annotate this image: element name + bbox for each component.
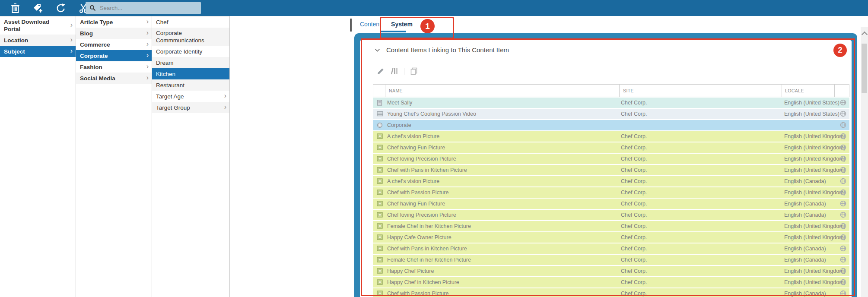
system-tab-panel: Content Items Linking to This Content It… bbox=[354, 33, 857, 297]
submenu-chevron-icon: › bbox=[70, 21, 73, 28]
search-box[interactable] bbox=[86, 2, 201, 14]
pane-splitter[interactable] bbox=[350, 19, 352, 32]
vertical-scrollbar[interactable] bbox=[861, 27, 868, 297]
language-globe-icon[interactable] bbox=[840, 144, 846, 151]
table-row[interactable]: Chef loving Precision PictureChef Corp.E… bbox=[373, 154, 849, 164]
section-header[interactable]: Content Items Linking to This Content It… bbox=[375, 46, 509, 54]
row-name: Corporate bbox=[387, 120, 411, 130]
table-row[interactable]: Chef having Fun PictureChef Corp.English… bbox=[373, 199, 849, 209]
menu-item-corporate[interactable]: Corporate› bbox=[76, 50, 152, 61]
menu-level-3: ChefCorporate CommmunicationsCorporate I… bbox=[152, 16, 230, 297]
video-icon bbox=[377, 111, 383, 117]
row-site: Chef Corp. bbox=[621, 243, 647, 254]
menu-item-label: Corporate Commmunications bbox=[156, 29, 221, 44]
image-icon bbox=[377, 279, 383, 285]
refresh-icon[interactable] bbox=[55, 3, 67, 14]
submenu-chevron-icon: › bbox=[146, 29, 149, 36]
row-name: Happy Cafe Owner Picture bbox=[387, 232, 451, 243]
menu-item-label: Corporate Identity bbox=[156, 48, 202, 55]
menu-item-corporate-commmunications[interactable]: Corporate Commmunications bbox=[152, 28, 229, 46]
table-row[interactable]: Happy Chef PictureChef Corp.English (Uni… bbox=[373, 266, 849, 276]
tag-plus-icon[interactable] bbox=[32, 3, 44, 14]
table-body: Meet SallyChef Corp.English (United Stat… bbox=[373, 98, 849, 297]
header-divider bbox=[385, 85, 385, 97]
table-row[interactable]: Happy Cafe Owner PictureChef Corp.Englis… bbox=[373, 232, 849, 243]
menu-item-asset-download-portal[interactable]: Asset Download Portal› bbox=[0, 16, 76, 35]
language-globe-icon[interactable] bbox=[840, 200, 846, 207]
language-globe-icon[interactable] bbox=[840, 256, 846, 263]
image-icon bbox=[377, 234, 383, 240]
row-locale: English (Canada) bbox=[784, 243, 826, 254]
menu-item-target-age[interactable]: Target Age› bbox=[152, 91, 229, 102]
scroll-up-icon[interactable] bbox=[862, 32, 868, 38]
table-row[interactable]: Young Chef's Cooking Passion VideoChef C… bbox=[373, 109, 849, 119]
row-locale: English (United Kingdom) bbox=[784, 154, 846, 164]
edit-icon[interactable] bbox=[376, 67, 385, 76]
language-globe-icon[interactable] bbox=[840, 290, 846, 297]
table-row[interactable]: A chef's vision PictureChef Corp.English… bbox=[373, 176, 849, 186]
language-globe-icon[interactable] bbox=[840, 122, 846, 128]
trash-icon[interactable] bbox=[10, 3, 21, 14]
table-row[interactable]: Chef loving Precision PictureChef Corp.E… bbox=[373, 210, 849, 220]
scrollbar-thumb[interactable] bbox=[862, 44, 867, 93]
menu-item-label: Dream bbox=[156, 59, 174, 66]
menu-item-blog[interactable]: Blog› bbox=[76, 28, 152, 39]
row-name: A chef's vision Picture bbox=[387, 131, 439, 142]
table-row[interactable]: Chef having Fun PictureChef Corp.English… bbox=[373, 142, 849, 153]
table-row[interactable]: Chef with Pans in Kitchen PictureChef Co… bbox=[373, 165, 849, 175]
menu-item-label: Kitchen bbox=[156, 70, 175, 78]
language-globe-icon[interactable] bbox=[840, 99, 846, 106]
table-row[interactable]: Corporate bbox=[373, 120, 849, 130]
table-row[interactable]: Chef with Passion PictureChef Corp.Engli… bbox=[373, 187, 849, 198]
menu-item-restaurant[interactable]: Restaurant bbox=[152, 79, 229, 91]
language-globe-icon[interactable] bbox=[840, 189, 846, 196]
language-globe-icon[interactable] bbox=[840, 133, 846, 139]
menu-item-chef[interactable]: Chef bbox=[152, 16, 229, 28]
table-row[interactable]: Chef with Pans in Kitchen PictureChef Co… bbox=[373, 243, 849, 254]
row-locale: English (Canada) bbox=[784, 288, 826, 297]
language-globe-icon[interactable] bbox=[840, 268, 846, 274]
language-globe-icon[interactable] bbox=[840, 279, 846, 285]
table-row[interactable]: A chef's vision PictureChef Corp.English… bbox=[373, 131, 849, 142]
menu-item-location[interactable]: Location› bbox=[0, 35, 76, 46]
menu-item-commerce[interactable]: Commerce› bbox=[76, 39, 152, 50]
search-input[interactable] bbox=[99, 4, 191, 12]
menu-item-kitchen[interactable]: Kitchen bbox=[152, 68, 229, 79]
language-globe-icon[interactable] bbox=[840, 155, 846, 162]
copy-icon[interactable] bbox=[410, 67, 418, 76]
row-locale: English (United Kingdom) bbox=[784, 142, 846, 153]
menu-item-dream[interactable]: Dream bbox=[152, 57, 229, 68]
image-icon bbox=[377, 257, 383, 262]
column-header-site[interactable]: SITE bbox=[623, 85, 634, 97]
language-globe-icon[interactable] bbox=[840, 212, 846, 218]
column-header-name[interactable]: NAME bbox=[389, 85, 403, 97]
app-window: Asset Download Portal›Location›Subject› … bbox=[0, 0, 868, 297]
menu-item-fashion[interactable]: Fashion› bbox=[76, 61, 152, 73]
menu-item-social-media[interactable]: Social Media› bbox=[76, 73, 152, 84]
versions-icon[interactable] bbox=[390, 67, 399, 76]
row-name: Chef with Pans in Kitchen Picture bbox=[387, 243, 467, 254]
language-globe-icon[interactable] bbox=[840, 234, 846, 240]
table-row[interactable]: Female Chef in her Kitchen PictureChef C… bbox=[373, 255, 849, 265]
tab-content[interactable]: Content bbox=[360, 21, 381, 28]
table-row[interactable]: Chef with Passion PictureChef Corp.Engli… bbox=[373, 288, 849, 297]
column-header-locale[interactable]: LOCALE bbox=[785, 85, 804, 97]
menu-item-subject[interactable]: Subject› bbox=[0, 46, 76, 57]
row-site: Chef Corp. bbox=[621, 165, 647, 175]
table-row[interactable]: Happy Chef in Kitchen PictureChef Corp.E… bbox=[373, 277, 849, 288]
language-globe-icon[interactable] bbox=[840, 223, 846, 229]
language-globe-icon[interactable] bbox=[840, 111, 846, 117]
row-locale: English (Canada) bbox=[784, 255, 826, 265]
menu-item-article-type[interactable]: Article Type› bbox=[76, 16, 152, 28]
row-name: Chef with Pans in Kitchen Picture bbox=[387, 165, 467, 175]
annotation-badge-2: 2 bbox=[833, 44, 847, 57]
image-icon bbox=[377, 167, 383, 173]
language-globe-icon[interactable] bbox=[840, 178, 846, 184]
menu-item-target-group[interactable]: Target Group› bbox=[152, 102, 229, 113]
table-row[interactable]: Female Chef in her Kitchen PictureChef C… bbox=[373, 221, 849, 231]
language-globe-icon[interactable] bbox=[840, 167, 846, 173]
table-row[interactable]: Meet SallyChef Corp.English (United Stat… bbox=[373, 98, 849, 108]
menu-item-corporate-identity[interactable]: Corporate Identity bbox=[152, 46, 229, 57]
language-globe-icon[interactable] bbox=[840, 245, 846, 252]
tab-system[interactable]: System bbox=[391, 21, 413, 28]
